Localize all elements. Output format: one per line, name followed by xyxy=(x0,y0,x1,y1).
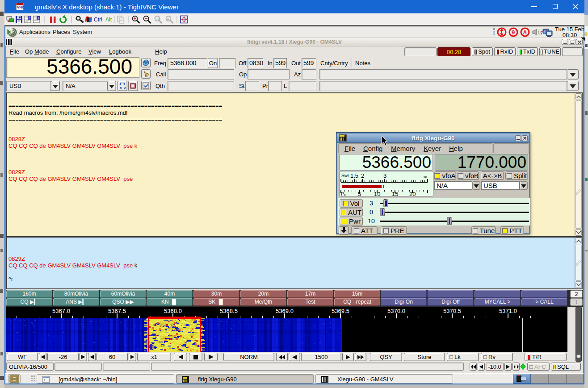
svg-text:5369.5: 5369.5 xyxy=(332,308,349,314)
svg-text:5368.0: 5368.0 xyxy=(164,308,182,314)
svg-text:3: 3 xyxy=(383,172,386,179)
svg-text:5370.0: 5370.0 xyxy=(387,308,405,314)
svg-text:5370.5: 5370.5 xyxy=(443,308,461,314)
svg-text:1.5: 1.5 xyxy=(350,172,358,179)
svg-text:5368.5: 5368.5 xyxy=(220,308,238,314)
svg-text:Swr: Swr xyxy=(341,173,349,178)
svg-text:i: i xyxy=(38,16,39,20)
svg-text:Alt: Alt xyxy=(105,17,112,23)
svg-text:5367.0: 5367.0 xyxy=(52,308,70,314)
svg-text:A: A xyxy=(523,29,527,36)
svg-text:Ctrl: Ctrl xyxy=(94,17,102,23)
svg-text:100: 100 xyxy=(155,17,160,21)
svg-text:2: 2 xyxy=(361,172,364,179)
svg-text:9: 9 xyxy=(512,29,515,36)
svg-text:A: A xyxy=(167,17,170,21)
svg-text:5371.0: 5371.0 xyxy=(499,308,517,314)
svg-text:10: 10 xyxy=(374,191,380,196)
svg-text:5369.0: 5369.0 xyxy=(276,308,294,314)
svg-text:15: 15 xyxy=(392,191,398,196)
svg-text:5: 5 xyxy=(358,191,361,196)
svg-text:∞: ∞ xyxy=(424,174,428,180)
svg-text:5367.5: 5367.5 xyxy=(108,308,126,314)
svg-text:20: 20 xyxy=(409,191,416,196)
svg-text:Pₒ: Pₒ xyxy=(341,192,346,196)
